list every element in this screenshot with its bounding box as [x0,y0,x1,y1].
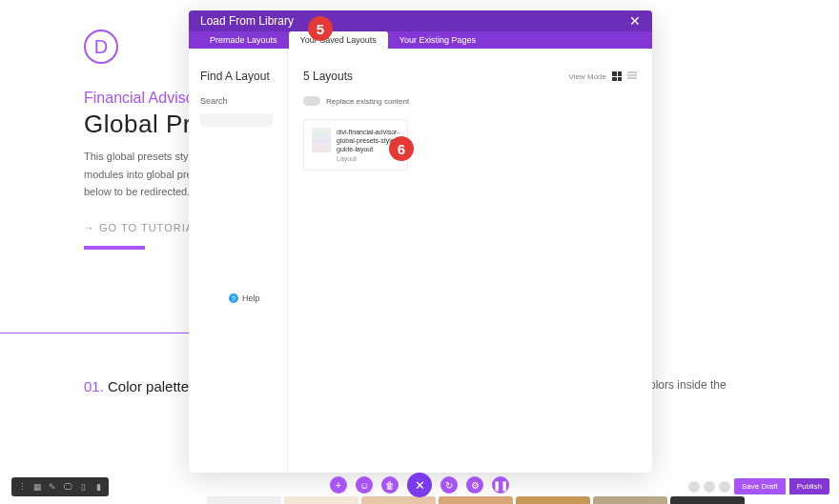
help-icon: ? [229,293,238,303]
search-label: Search [200,96,276,106]
swatch [361,496,436,504]
swatch [593,496,667,504]
tab-saved-layouts[interactable]: Your Saved Layouts [289,31,388,49]
divi-logo: D [84,30,118,64]
menu-icon[interactable]: ⋮ [14,480,30,494]
trash-button[interactable]: 🗑 [381,476,399,494]
tab-existing-pages[interactable]: Your Existing Pages [388,31,487,49]
close-icon[interactable]: ✕ [629,13,641,29]
view-mode-label: View Mode [569,72,606,81]
modal-sidebar: Find A Layout Search ? Help [189,49,288,473]
annotation-five: 5 [308,16,333,41]
list-view-icon[interactable] [627,71,637,81]
zoom-icon[interactable]: ✎ [45,480,60,494]
section-name: Color palette [108,378,189,394]
search-input[interactable] [200,113,273,127]
modal-titlebar: Load From Library ✕ [189,10,652,31]
question-icon[interactable] [719,481,730,493]
find-layout-title: Find A Layout [200,70,276,83]
wireframe-icon[interactable]: ▦ [30,480,45,494]
responsive-toolbar: ⋮ ▦ ✎ 🖵 ▯ ▮ [11,477,109,496]
logo-letter: D [94,36,108,58]
help-link[interactable]: ? Help [229,293,260,303]
save-draft-button[interactable]: Save Draft [734,478,786,494]
tab-premade-layouts[interactable]: Premade Layouts [198,31,289,49]
replace-option: Replace existing content [303,96,637,106]
mobile-icon[interactable]: ▮ [91,480,106,494]
replace-toggle[interactable] [303,96,320,106]
main-header: 5 Layouts View Mode [303,70,637,83]
go-to-tutorial-link[interactable]: → GO TO TUTORIAL [84,222,200,233]
layout-type: Layout [337,155,399,162]
reload-button[interactable]: ↻ [440,476,458,494]
desc-line3: below to be redirected. [84,186,190,197]
close-toolbar-button[interactable]: ✕ [407,473,432,497]
annotation-six: 6 [389,136,414,161]
grid-view-icon[interactable] [612,71,622,81]
load-library-modal: Load From Library ✕ Premade Layouts Your… [189,10,652,473]
smiley-button[interactable]: ☺ [356,476,373,494]
modal-tabs: Premade Layouts Your Saved Layouts Your … [189,31,652,49]
tablet-icon[interactable]: ▯ [75,480,91,494]
portability-icon[interactable] [704,481,715,493]
pause-button[interactable]: ❚❚ [492,476,509,494]
swatch [207,496,281,504]
accent-underline [84,246,145,250]
help-label: Help [242,293,260,303]
modal-header: Load From Library ✕ Premade Layouts Your… [189,10,652,49]
publish-button[interactable]: Publish [789,478,829,494]
right-actions: Save Draft Publish [688,478,829,494]
color-swatches [207,496,745,504]
add-button[interactable]: + [330,476,347,494]
swatch [670,496,745,504]
modal-title: Load From Library [200,14,294,28]
desktop-icon[interactable]: 🖵 [60,480,75,494]
gear-button[interactable]: ⚙ [466,476,483,494]
section-number: 01. [84,378,104,394]
replace-label: Replace existing content [326,97,409,106]
view-mode-controls: View Mode [569,71,637,81]
history-icon[interactable] [688,481,700,493]
divi-toolbar: + ☺ 🗑 ✕ ↻ ⚙ ❚❚ [330,476,509,497]
layout-thumbnail [312,128,331,152]
swatch [516,496,590,504]
swatch [439,496,513,504]
modal-main: 5 Layouts View Mode Replace existing con… [288,49,652,473]
swatch [284,496,358,504]
modal-body: Find A Layout Search ? Help 5 Layouts Vi… [189,49,652,473]
section-label: 01. Color palette [84,378,189,394]
layouts-count: 5 Layouts [303,70,353,83]
